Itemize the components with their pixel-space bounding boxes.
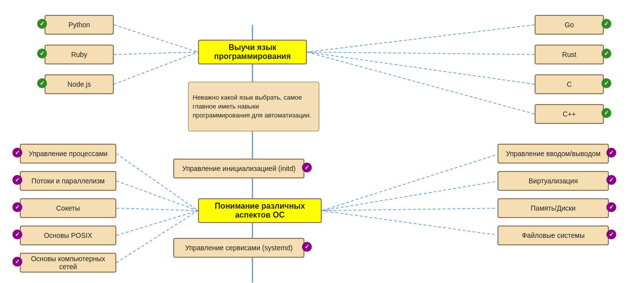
svg-line-15 — [322, 154, 500, 211]
svg-line-2 — [114, 52, 198, 55]
svg-line-4 — [307, 25, 535, 52]
check-nodejs: ✓ — [37, 78, 47, 88]
mind-map: Выучи язык программирования Неважно како… — [0, 0, 644, 283]
node-go: Go — [535, 15, 604, 35]
node-virt: Виртуализация — [497, 171, 609, 191]
check-io-mgmt: ✓ — [606, 148, 616, 158]
check-cpp: ✓ — [601, 108, 611, 118]
node-sockets: Сокеты — [20, 198, 116, 218]
svg-line-18 — [322, 211, 500, 235]
node-ruby: Ruby — [45, 45, 114, 64]
check-mem-disk: ✓ — [606, 202, 616, 212]
node-mem-disk: Память/Диски — [497, 198, 609, 218]
node-networks: Основы компьютерных сетей — [20, 253, 116, 273]
svg-line-11 — [116, 211, 198, 235]
svg-line-1 — [114, 25, 198, 52]
node-rust: Rust — [535, 45, 604, 64]
check-threads: ✓ — [12, 175, 22, 185]
node-cpp: C++ — [535, 104, 604, 124]
svg-line-6 — [307, 52, 535, 84]
check-posix: ✓ — [12, 229, 22, 239]
node-initd: Управление инициализацией (initd) — [173, 159, 304, 178]
svg-line-17 — [322, 208, 500, 211]
svg-line-5 — [307, 52, 535, 55]
node-io-mgmt: Управление вводом/выводом — [497, 144, 609, 164]
check-sockets: ✓ — [12, 202, 22, 212]
center-node-learn-lang: Выучи язык программирования — [198, 40, 307, 64]
check-python: ✓ — [37, 19, 47, 29]
node-c: C — [535, 74, 604, 94]
check-ruby: ✓ — [37, 49, 47, 58]
node-filesys: Файловые системы — [497, 226, 609, 245]
node-threads: Потоки и параллелизм — [20, 171, 116, 191]
svg-line-3 — [114, 52, 198, 84]
svg-line-7 — [307, 52, 535, 114]
check-proc-mgmt: ✓ — [12, 148, 22, 158]
node-nodejs: Node.js — [45, 74, 114, 94]
check-networks: ✓ — [12, 257, 22, 267]
node-systemd: Управление сервисами (systemd) — [173, 238, 304, 258]
check-systemd: ✓ — [302, 242, 312, 252]
svg-line-10 — [116, 208, 198, 211]
check-filesys: ✓ — [606, 229, 616, 239]
svg-line-16 — [322, 181, 500, 211]
svg-line-9 — [116, 181, 198, 211]
check-c: ✓ — [601, 78, 611, 88]
check-initd: ✓ — [302, 163, 312, 172]
check-go: ✓ — [601, 19, 611, 29]
node-python: Python — [45, 15, 114, 35]
note-node: Неважно какой язык выбрать, самое главно… — [188, 82, 319, 131]
check-rust: ✓ — [601, 49, 611, 58]
center-node-os-aspects: Понимание различных аспектов ОС — [198, 198, 322, 223]
node-proc-mgmt: Управление процессами — [20, 144, 116, 164]
check-virt: ✓ — [606, 175, 616, 185]
node-posix: Основы POSIX — [20, 226, 116, 245]
